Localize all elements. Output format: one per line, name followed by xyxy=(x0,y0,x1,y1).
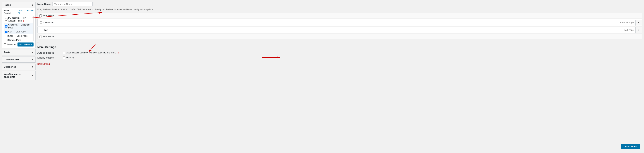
auto-add-pages-row: Auto add pages Automatically add new top… xyxy=(37,50,642,55)
woocommerce-endpoints-accordion-title: WooCommerce endpoints xyxy=(4,73,31,78)
display-location-label: Display location xyxy=(37,55,63,60)
select-all-row: Select All Add to Menu xyxy=(4,42,34,46)
display-location-row: Display location Primary xyxy=(37,55,642,60)
menu-item-cart-left: Cart xyxy=(38,27,622,33)
pages-tabs: Most Recent View All Search xyxy=(4,9,34,14)
posts-accordion: Posts ▼ xyxy=(2,49,36,56)
posts-accordion-title: Posts xyxy=(4,51,10,54)
pages-accordion: Pages ▲ Most Recent View All Search My a… xyxy=(2,2,36,48)
tab-most-recent[interactable]: Most Recent xyxy=(4,9,16,14)
tab-view-all[interactable]: View All xyxy=(18,9,25,14)
menu-settings-title: Menu Settings xyxy=(37,46,642,48)
select-all-checkbox[interactable] xyxy=(4,44,6,46)
tab-search[interactable]: Search xyxy=(26,9,34,14)
pages-accordion-body: Most Recent View All Search My account —… xyxy=(2,8,35,48)
menu-item-cart: Cart Cart Page ▼ xyxy=(37,26,642,33)
menu-name-input[interactable] xyxy=(52,2,92,6)
categories-chevron-icon: ▼ xyxy=(31,66,34,68)
pages-chevron-icon: ▲ xyxy=(31,4,34,6)
left-panel: Pages ▲ Most Recent View All Search My a… xyxy=(2,2,36,151)
posts-accordion-header[interactable]: Posts ▼ xyxy=(2,50,35,55)
shop-checkbox[interactable] xyxy=(5,35,8,37)
checkout-page-label: Checkout Page xyxy=(617,20,636,26)
settings-table: Auto add pages Automatically add new top… xyxy=(37,50,642,60)
categories-accordion-title: Categories xyxy=(4,66,16,68)
menu-item-cart-right: Cart Page ▼ xyxy=(622,27,642,33)
woocommerce-endpoints-accordion-header[interactable]: WooCommerce endpoints ▼ xyxy=(2,71,35,80)
list-item: Shop — Shop Page xyxy=(4,34,33,38)
checkout-checkbox[interactable] xyxy=(5,25,8,28)
list-item: Checkout — Checkout Page xyxy=(4,23,33,30)
sample-label[interactable]: Sample Page xyxy=(8,39,21,42)
display-location-checkbox-label: Primary xyxy=(66,56,74,59)
my-account-checkbox[interactable] xyxy=(5,18,8,20)
custom-links-accordion-header[interactable]: Custom Links ▼ xyxy=(2,57,35,62)
custom-links-chevron-icon: ▼ xyxy=(31,58,34,61)
menu-name-label: Menu Name xyxy=(37,3,51,6)
drag-instructions: Drag the items into the order you prefer… xyxy=(37,8,642,11)
cart-item-checkbox[interactable] xyxy=(40,29,42,31)
pages-list: My account — My Account Page 1 Checkout … xyxy=(4,16,34,42)
save-menu-button[interactable]: Save Menu xyxy=(622,144,640,149)
my-account-label[interactable]: My account — My Account Page 1 xyxy=(8,16,32,22)
bulk-select-bottom: Bulk Select xyxy=(37,34,642,39)
woocommerce-endpoints-accordion: WooCommerce endpoints ▼ xyxy=(2,71,36,80)
bulk-select-bottom-checkbox[interactable] xyxy=(39,36,42,38)
posts-chevron-icon: ▼ xyxy=(31,51,34,54)
categories-accordion: Categories ▼ xyxy=(2,64,36,70)
add-to-menu-button[interactable]: Add to Menu xyxy=(18,42,34,46)
list-item: My account — My Account Page 1 xyxy=(4,16,33,23)
checkout-label[interactable]: Checkout — Checkout Page xyxy=(8,24,32,29)
bulk-select-top-label: Bulk Select xyxy=(43,14,54,17)
checkout-expand-button[interactable]: ▼ xyxy=(636,20,642,26)
list-item: Sample Page xyxy=(4,38,33,42)
display-location-value: Primary xyxy=(63,55,642,60)
section-number-3: 3 xyxy=(118,52,119,54)
select-all-label[interactable]: Select All xyxy=(4,43,16,46)
menu-item-checkout-left: Checkout xyxy=(38,19,617,26)
woocommerce-endpoints-chevron-icon: ▼ xyxy=(31,74,34,77)
page-wrapper: Pages ▲ Most Recent View All Search My a… xyxy=(0,0,644,153)
cart-expand-button[interactable]: ▼ xyxy=(636,27,642,33)
section-number-2: 2 xyxy=(37,42,642,45)
bulk-select-top-checkbox[interactable] xyxy=(39,14,42,17)
cart-page-label: Cart Page xyxy=(622,27,636,33)
cart-label[interactable]: Cart — Cart Page xyxy=(8,30,26,33)
menu-item-checkout: Checkout Checkout Page ▼ xyxy=(37,19,642,26)
display-location-checkbox[interactable] xyxy=(63,56,65,59)
cart-checkbox[interactable] xyxy=(5,31,8,33)
custom-links-accordion: Custom Links ▼ xyxy=(2,56,36,63)
auto-add-pages-value: Automatically add new top-level pages to… xyxy=(63,50,642,55)
auto-add-pages-checkbox[interactable] xyxy=(63,52,65,54)
pages-accordion-header[interactable]: Pages ▲ xyxy=(2,2,35,8)
pages-accordion-title: Pages xyxy=(4,4,11,6)
menu-item-checkout-right: Checkout Page ▼ xyxy=(617,20,642,26)
custom-links-accordion-title: Custom Links xyxy=(4,58,20,61)
main-panel: Menu Name Drag the items into the order … xyxy=(37,2,642,151)
auto-add-pages-checkbox-label: Automatically add new top-level pages to… xyxy=(66,52,116,54)
bulk-select-top: Bulk Select xyxy=(37,13,642,18)
checkout-item-checkbox[interactable] xyxy=(40,21,42,24)
save-menu-area: Save Menu xyxy=(622,144,640,149)
cart-item-name: Cart xyxy=(44,29,48,31)
list-item: Cart — Cart Page xyxy=(4,30,33,34)
sample-checkbox[interactable] xyxy=(5,39,8,42)
shop-label[interactable]: Shop — Shop Page xyxy=(8,35,28,38)
bulk-select-bottom-label: Bulk Select xyxy=(43,36,54,38)
checkout-item-name: Checkout xyxy=(44,21,54,24)
auto-add-pages-label: Auto add pages xyxy=(37,50,63,55)
menu-settings-section: 2 Menu Settings Auto add pages Automatic… xyxy=(37,42,642,65)
menu-name-row: Menu Name xyxy=(37,2,642,6)
categories-accordion-header[interactable]: Categories ▼ xyxy=(2,64,35,70)
delete-menu-link[interactable]: Delete Menu xyxy=(37,63,50,65)
